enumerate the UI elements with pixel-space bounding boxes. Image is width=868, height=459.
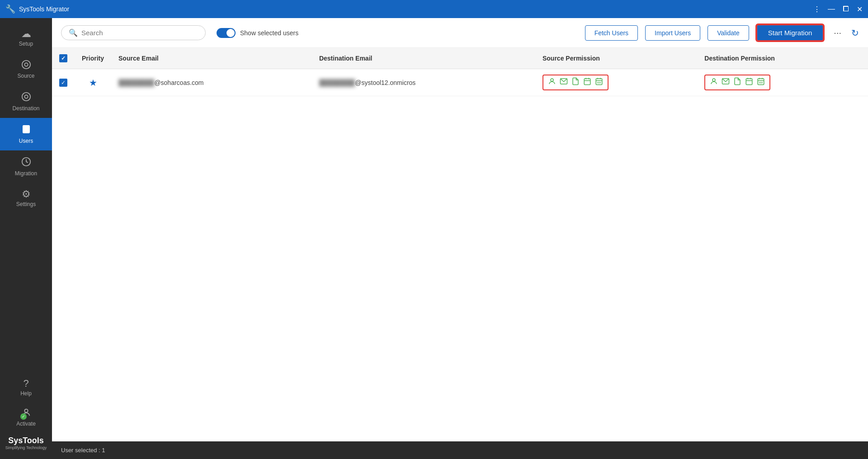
th-priority: Priority bbox=[75, 48, 111, 69]
refresh-button[interactable]: ↻ bbox=[851, 28, 859, 38]
toggle-label: Show selected users bbox=[240, 29, 298, 37]
svg-rect-12 bbox=[584, 79, 590, 85]
dest-email-blurred: ████████ bbox=[319, 79, 355, 86]
sidebar-item-destination[interactable]: Destination bbox=[0, 85, 52, 118]
sidebar-item-source-label: Source bbox=[17, 73, 34, 79]
search-box[interactable]: 🔍 bbox=[61, 25, 206, 40]
migration-icon bbox=[21, 157, 31, 169]
col-priority-label: Priority bbox=[82, 55, 104, 62]
sidebar: ☁ Setup Source Destination Users Migra bbox=[0, 18, 52, 459]
destination-icon bbox=[21, 92, 31, 103]
source-perm-icons bbox=[542, 75, 609, 90]
more-options-button[interactable]: ··· bbox=[831, 28, 844, 38]
th-checkbox[interactable]: ✓ bbox=[52, 48, 75, 69]
show-selected-toggle-group: Show selected users bbox=[217, 28, 298, 38]
validate-button[interactable]: Validate bbox=[708, 25, 749, 41]
table-row: ✓ ★ ████████@soharcoas.com ████████@syst… bbox=[52, 69, 868, 96]
sidebar-item-help[interactable]: ? Help bbox=[0, 372, 52, 403]
svg-point-0 bbox=[22, 61, 30, 69]
app-body: ☁ Setup Source Destination Users Migra bbox=[0, 18, 868, 459]
dest-perm-doc-icon bbox=[733, 77, 741, 88]
titlebar: 🔧 SysTools Migrator ⋮ — ⧠ ✕ bbox=[0, 0, 868, 18]
svg-point-10 bbox=[551, 79, 553, 81]
select-all-checkbox[interactable]: ✓ bbox=[59, 54, 67, 62]
col-dest-email-label: Destination Email bbox=[319, 55, 372, 62]
sidebar-item-source[interactable]: Source bbox=[0, 53, 52, 85]
table-header-row: ✓ Priority Source Email Destination Emai… bbox=[52, 48, 868, 69]
dest-perm-person-icon bbox=[710, 77, 718, 88]
sidebar-bottom: ? Help ✓ Activate SysTools Simplifying T… bbox=[0, 372, 52, 454]
col-source-email-label: Source Email bbox=[118, 55, 159, 62]
sidebar-item-setup[interactable]: ☁ Setup bbox=[0, 23, 52, 53]
source-perm-doc-icon bbox=[571, 77, 580, 88]
green-check-badge: ✓ bbox=[20, 413, 27, 420]
start-migration-button[interactable]: Start Migration bbox=[756, 24, 824, 41]
svg-point-3 bbox=[24, 95, 28, 98]
sidebar-item-migration-label: Migration bbox=[15, 170, 37, 177]
sidebar-item-setup-label: Setup bbox=[19, 41, 33, 47]
source-email-blurred: ████████ bbox=[118, 79, 154, 86]
sidebar-item-destination-label: Destination bbox=[12, 105, 39, 112]
sidebar-item-users[interactable]: Users bbox=[0, 118, 52, 150]
svg-rect-29 bbox=[758, 79, 764, 85]
col-dest-perm-label: Destination Permission bbox=[704, 55, 775, 62]
content-area: 🔍 Show selected users Fetch Users Import… bbox=[52, 18, 868, 459]
titlebar-minimize[interactable]: — bbox=[828, 5, 835, 13]
dest-email-domain: @systool12.onmicros bbox=[355, 79, 415, 86]
svg-point-9 bbox=[24, 409, 28, 412]
source-perm-person-icon bbox=[548, 77, 556, 88]
brand-name: SysTools bbox=[5, 436, 47, 445]
svg-rect-25 bbox=[746, 79, 753, 85]
fetch-users-button[interactable]: Fetch Users bbox=[585, 25, 638, 41]
help-icon: ? bbox=[23, 379, 28, 389]
source-perm-mail-icon bbox=[560, 77, 568, 88]
row-source-perm-cell bbox=[535, 69, 697, 96]
svg-point-2 bbox=[22, 93, 30, 101]
help-label: Help bbox=[20, 390, 32, 397]
titlebar-maximize[interactable]: ⧠ bbox=[842, 5, 849, 13]
priority-star-icon: ★ bbox=[89, 78, 97, 88]
source-perm-cal1-icon bbox=[583, 77, 591, 88]
th-source-perm: Source Permission bbox=[535, 48, 697, 69]
svg-point-23 bbox=[712, 79, 715, 81]
activate-icon-wrap: ✓ bbox=[21, 407, 31, 419]
dest-perm-cal2-icon bbox=[757, 77, 765, 88]
th-dest-email: Destination Email bbox=[312, 48, 535, 69]
row-dest-perm-cell bbox=[697, 69, 868, 96]
dest-perm-icons bbox=[704, 75, 770, 90]
col-source-perm-label: Source Permission bbox=[542, 55, 600, 62]
svg-point-1 bbox=[24, 63, 28, 66]
brand-footer: SysTools Simplifying Technology bbox=[1, 431, 51, 454]
statusbar: User selected : 1 bbox=[52, 441, 868, 459]
source-icon bbox=[21, 60, 31, 71]
th-dest-perm: Destination Permission bbox=[697, 48, 868, 69]
dest-perm-mail-icon bbox=[722, 77, 730, 88]
row-priority-cell: ★ bbox=[75, 69, 111, 96]
sidebar-item-migration[interactable]: Migration bbox=[0, 150, 52, 183]
row-checkbox-cell[interactable]: ✓ bbox=[52, 69, 75, 96]
import-users-button[interactable]: Import Users bbox=[645, 25, 700, 41]
row-checkbox[interactable]: ✓ bbox=[59, 79, 67, 87]
users-table: ✓ Priority Source Email Destination Emai… bbox=[52, 48, 868, 96]
cloud-icon: ☁ bbox=[21, 29, 31, 39]
source-perm-cal2-icon bbox=[595, 77, 603, 88]
sidebar-item-users-label: Users bbox=[19, 138, 33, 144]
th-source-email: Source Email bbox=[111, 48, 312, 69]
toolbar: 🔍 Show selected users Fetch Users Import… bbox=[52, 18, 868, 48]
settings-icon: ⚙ bbox=[22, 189, 31, 199]
brand-subtitle: Simplifying Technology bbox=[5, 445, 47, 450]
show-selected-toggle[interactable] bbox=[217, 28, 236, 38]
row-source-email-cell: ████████@soharcoas.com bbox=[111, 69, 312, 96]
sidebar-item-settings-label: Settings bbox=[16, 201, 36, 207]
sidebar-item-activate[interactable]: ✓ Activate bbox=[0, 403, 52, 431]
search-input[interactable] bbox=[81, 29, 198, 37]
user-selected-text: User selected : 1 bbox=[61, 447, 105, 454]
titlebar-controls[interactable]: ⋮ — ⧠ ✕ bbox=[813, 5, 863, 14]
titlebar-close[interactable]: ✕ bbox=[857, 5, 863, 14]
activate-label: Activate bbox=[16, 421, 36, 427]
titlebar-menu-icon[interactable]: ⋮ bbox=[813, 5, 821, 14]
source-email-domain: @soharcoas.com bbox=[154, 79, 203, 86]
svg-rect-16 bbox=[596, 79, 602, 85]
app-title: SysTools Migrator bbox=[19, 5, 69, 13]
sidebar-item-settings[interactable]: ⚙ Settings bbox=[0, 183, 52, 214]
